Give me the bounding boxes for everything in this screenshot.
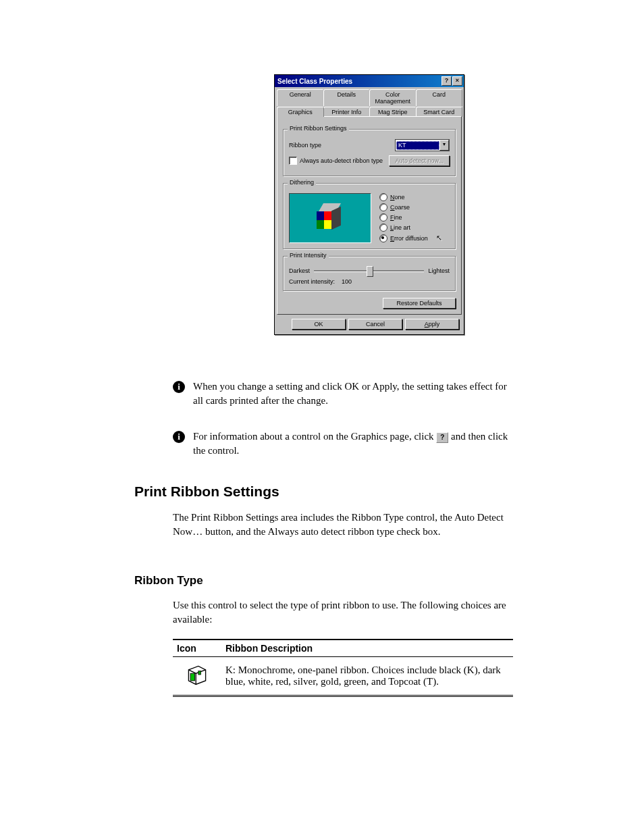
help-icon-inline: ? bbox=[436, 432, 448, 443]
ribbon-type-select[interactable]: KT ▾ bbox=[395, 139, 450, 151]
radio-error-diffusion[interactable]: Error diffusion↖ bbox=[379, 234, 442, 242]
radio-coarse[interactable]: Coarse bbox=[379, 203, 442, 211]
note-1-text: When you change a setting and click OK o… bbox=[193, 380, 510, 408]
radio-lineart[interactable]: Line art bbox=[379, 224, 442, 232]
auto-detect-now-button[interactable]: Auto detect now... bbox=[389, 155, 450, 166]
ribbon-table: Icon Ribbon Description K: Monochrome, o… bbox=[173, 639, 513, 697]
section-desc: The Print Ribbon Settings area includes … bbox=[173, 511, 510, 539]
properties-dialog: Select Class Properties ? × General Deta… bbox=[274, 74, 464, 335]
dither-preview bbox=[289, 193, 371, 243]
note-2-text: For information about a control on the G… bbox=[193, 429, 510, 458]
radio-none[interactable]: NNoneone bbox=[379, 193, 442, 201]
radio-fine[interactable]: Fine bbox=[379, 213, 442, 221]
tab-printer-info[interactable]: Printer Info bbox=[323, 107, 371, 117]
tab-general[interactable]: General bbox=[277, 89, 324, 106]
group-print-intensity: Print Intensity Darkest Lightest Current… bbox=[283, 256, 456, 291]
darkest-label: Darkest bbox=[289, 267, 310, 274]
current-intensity-value: 100 bbox=[342, 278, 352, 285]
table-header-desc: Ribbon Description bbox=[221, 640, 513, 657]
cancel-button[interactable]: Cancel bbox=[348, 319, 402, 330]
checkbox-icon bbox=[289, 157, 297, 165]
tab-card[interactable]: Card bbox=[416, 89, 463, 106]
lightest-label: Lightest bbox=[428, 267, 450, 274]
titlebar-close-button[interactable]: × bbox=[452, 76, 462, 86]
dialog-title: Select Class Properties bbox=[277, 78, 352, 85]
table-row-desc: K: Monochrome, one-panel ribbon. Choices… bbox=[221, 657, 513, 696]
group-print-intensity-title: Print Intensity bbox=[288, 252, 329, 259]
ribbon-type-text: Use this control to select the type of p… bbox=[173, 598, 510, 627]
svg-rect-0 bbox=[190, 673, 194, 681]
ok-button[interactable]: OK bbox=[292, 319, 346, 330]
always-auto-detect-checkbox[interactable]: Always auto-detect ribbon type bbox=[289, 157, 383, 165]
intensity-slider[interactable] bbox=[314, 270, 424, 272]
ribbon-type-value: KT bbox=[396, 141, 439, 150]
slider-thumb[interactable] bbox=[367, 266, 373, 277]
apply-button[interactable]: ApplyApply bbox=[405, 319, 459, 330]
group-dithering: Dithering NNoneone Coarse F bbox=[283, 183, 456, 249]
info-icon: i bbox=[173, 431, 185, 443]
section-heading: Print Ribbon Settings bbox=[134, 484, 279, 500]
tab-details[interactable]: Details bbox=[323, 89, 371, 106]
cursor-icon: ↖ bbox=[436, 234, 442, 242]
dropdown-arrow-icon[interactable]: ▾ bbox=[439, 140, 449, 151]
restore-defaults-button-visible[interactable]: Restore Defaults bbox=[383, 298, 456, 309]
tab-color-management[interactable]: Color Management bbox=[369, 89, 417, 106]
table-header-icon: Icon bbox=[173, 640, 221, 657]
group-dithering-title: Dithering bbox=[288, 179, 316, 186]
tab-graphics[interactable]: Graphics bbox=[277, 107, 324, 117]
titlebar-help-button[interactable]: ? bbox=[441, 76, 452, 86]
svg-rect-1 bbox=[198, 671, 201, 675]
info-icon: i bbox=[173, 381, 185, 393]
current-intensity-label: Current intensity: bbox=[289, 278, 335, 285]
ribbon-cartridge-icon bbox=[185, 662, 209, 687]
table-row: K: Monochrome, one-panel ribbon. Choices… bbox=[173, 657, 513, 696]
tab-mag-stripe[interactable]: Mag Stripe bbox=[369, 107, 417, 117]
dialog-titlebar[interactable]: Select Class Properties ? × bbox=[275, 75, 464, 87]
tab-smart-card[interactable]: Smart Card bbox=[416, 107, 463, 117]
group-print-ribbon: Print Ribbon Settings Ribbon type KT ▾ A… bbox=[283, 129, 456, 176]
always-auto-detect-label: Always auto-detect ribbon type bbox=[300, 157, 383, 164]
ribbon-type-label: Ribbon type bbox=[289, 142, 321, 149]
ribbon-type-heading: Ribbon Type bbox=[134, 574, 203, 588]
group-print-ribbon-title: Print Ribbon Settings bbox=[288, 125, 349, 132]
